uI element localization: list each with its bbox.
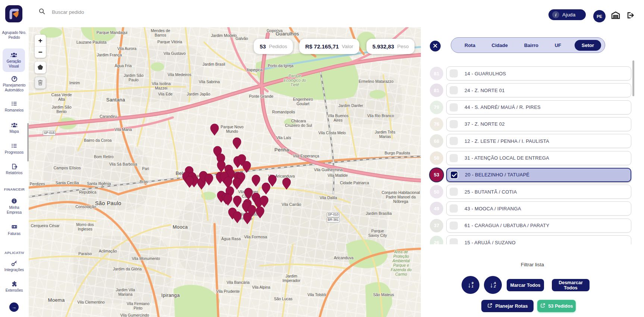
order-pin[interactable] xyxy=(217,161,225,172)
sector-checkbox[interactable] xyxy=(450,86,458,94)
sector-card[interactable]: 37 - Z. NORTE 02 xyxy=(446,117,631,131)
stat-label: Peso xyxy=(397,44,409,49)
order-pin[interactable] xyxy=(205,174,213,185)
sector-card[interactable]: 20 - BELEZINHO / TATUAPÉ xyxy=(446,168,631,182)
sidebar-item-progressos[interactable]: Progressos xyxy=(1,143,27,155)
sidebar-item-mapa[interactable]: Mapa xyxy=(1,122,27,134)
sector-card[interactable]: 12 - Z. LESTE / PENHA / I. PAULISTA xyxy=(446,134,631,148)
sector-card[interactable]: 31 - ATENÇÃO LOCAL DE ENTREGA xyxy=(446,151,631,165)
order-pin[interactable] xyxy=(262,183,270,194)
sector-checkbox[interactable] xyxy=(450,103,458,112)
zoom-out-button[interactable]: − xyxy=(35,47,46,58)
sector-row[interactable]: 50 25 - BUTANTÃ / COTIA xyxy=(421,185,644,199)
sector-row[interactable]: 53 20 - BELEZINHO / TATUAPÉ xyxy=(421,168,644,182)
sector-row[interactable]: 37 61 - CARAGUA / UBATUBA / PARATY xyxy=(421,219,644,233)
order-pin[interactable] xyxy=(252,175,260,186)
logout-icon[interactable] xyxy=(627,12,635,20)
sidebar-item-label: Agrupado Nro. Pedido xyxy=(2,31,26,40)
sector-row[interactable]: 49 43 - MOOCA / IPIRANGA xyxy=(421,201,644,216)
orders-link-button[interactable]: 53 Pedidos xyxy=(537,300,576,312)
search-icon xyxy=(39,8,45,16)
sector-checkbox[interactable] xyxy=(450,188,458,196)
order-pin[interactable] xyxy=(233,211,241,223)
order-pin[interactable] xyxy=(233,196,241,207)
order-pin[interactable] xyxy=(282,178,291,189)
help-button[interactable]: i Ajuda xyxy=(548,9,586,20)
sector-card[interactable]: 25 - BUTANTÃ / COTIA xyxy=(446,185,631,199)
plan-routes-button[interactable]: Planejar Rotas xyxy=(481,300,534,312)
sidebar-item-label: Extensões xyxy=(6,288,23,292)
sector-checkbox[interactable] xyxy=(450,204,458,213)
sidebar-item-label: Faturas xyxy=(8,232,21,236)
sidebar-section-header: APLICATIV xyxy=(0,251,29,255)
order-pin[interactable] xyxy=(233,138,241,149)
sector-card[interactable]: 14 - GUARULHOS xyxy=(446,66,631,81)
sector-count-badge: 37 xyxy=(430,219,443,232)
sidebar-item-gera-o-visual[interactable]: Geração Visual xyxy=(3,48,25,72)
sector-label: 20 - BELEZINHO / TATUAPÉ xyxy=(465,172,529,178)
sidebar-item-faturas[interactable]: Faturas xyxy=(1,224,27,236)
invoice-icon xyxy=(1,224,27,230)
plan-routes-label: Planejar Rotas xyxy=(495,304,528,309)
external-link-icon xyxy=(487,303,493,309)
stat-value: 5.932,83 xyxy=(372,43,394,50)
search-input[interactable] xyxy=(51,9,133,15)
order-pin[interactable] xyxy=(224,194,232,205)
sector-card[interactable]: 24 - Z. NORTE 01 xyxy=(446,83,631,97)
sidebar-item-integra-es[interactable]: Integrações xyxy=(1,260,27,273)
list-scrollbar[interactable] xyxy=(632,60,634,96)
sidebar-item-label: Relatórios xyxy=(6,171,22,175)
sidebar-item-romaneios[interactable]: Romaneios xyxy=(1,101,27,113)
sector-card[interactable]: 61 - CARAGUA / UBATUBA / PARATY xyxy=(446,219,631,233)
sidebar-item-minha-empresa[interactable]: Minha Empresa xyxy=(1,198,27,215)
sort-numeric-desc-button[interactable]: ↓91 xyxy=(462,276,479,294)
sidebar-item-extens-es[interactable]: Extensões xyxy=(1,281,27,293)
sector-row[interactable]: 81 14 - GUARULHOS xyxy=(421,66,644,81)
order-pin[interactable] xyxy=(244,188,253,200)
avatar[interactable]: PE xyxy=(593,10,606,22)
sidebar-item-relat-rios[interactable]: Relatórios xyxy=(1,163,27,176)
sector-card[interactable]: 44 - S. ANDRÉ/ MAUÁ / R. PIRES xyxy=(446,100,631,114)
arrow-down-icon: ↓ xyxy=(468,282,471,289)
sidebar-expand-button[interactable]: → xyxy=(9,302,19,312)
sector-row[interactable]: 79 44 - S. ANDRÉ/ MAUÁ / R. PIRES xyxy=(421,100,644,114)
sector-checkbox[interactable] xyxy=(450,222,458,230)
stat-value: R$ 72.165,71 xyxy=(305,43,339,50)
sidebar-scrollbar[interactable] xyxy=(27,123,29,161)
order-pin[interactable] xyxy=(233,178,241,189)
polygon-draw-button[interactable] xyxy=(35,62,46,73)
list-icon xyxy=(1,101,27,107)
sector-label: 61 - CARAGUA / UBATUBA / PARATY xyxy=(465,223,549,228)
sector-row[interactable]: 76 37 - Z. NORTE 02 xyxy=(421,117,644,131)
sector-count-badge: 68 xyxy=(430,134,443,148)
sector-label: 43 - MOOCA / IPIRANGA xyxy=(465,206,521,211)
sector-checkbox[interactable] xyxy=(450,154,458,162)
sector-count-badge: 49 xyxy=(430,202,443,215)
order-pin[interactable] xyxy=(260,196,268,207)
order-pin[interactable] xyxy=(185,176,194,188)
deselect-all-button[interactable]: Desmarcar Todos xyxy=(552,279,590,291)
sidebar-item-planejamento-autom-tico[interactable]: Planejamento Automático xyxy=(1,76,27,92)
zoom-in-button[interactable]: + xyxy=(35,35,46,47)
sidebar-item-label: Progressos xyxy=(5,150,24,154)
map-canvas[interactable]: Parque MandaquiMendes de BarrosJardim Mo… xyxy=(29,27,421,317)
order-pin[interactable] xyxy=(210,124,219,135)
sector-row[interactable]: 68 12 - Z. LESTE / PENHA / I. PAULISTA xyxy=(421,134,644,148)
order-pin[interactable] xyxy=(243,161,251,173)
sector-checkbox[interactable] xyxy=(450,69,458,78)
sector-checkbox[interactable] xyxy=(450,171,458,179)
order-pins-layer xyxy=(29,27,421,317)
sector-checkbox[interactable] xyxy=(450,137,458,145)
sidebar-section-header: FINANCEIR xyxy=(0,187,29,191)
order-pin[interactable] xyxy=(256,207,264,218)
garage-icon[interactable] xyxy=(611,11,620,21)
sector-row[interactable]: 58 31 - ATENÇÃO LOCAL DE ENTREGA xyxy=(421,151,644,165)
select-all-button[interactable]: Marcar Todos xyxy=(507,279,544,291)
sidebar-item-agrupado-nro-pedido[interactable]: Agrupado Nro. Pedido xyxy=(1,31,27,40)
sector-card[interactable]: 43 - MOOCA / IPIRANGA xyxy=(446,201,631,216)
delete-selection-button[interactable] xyxy=(35,77,46,89)
sector-row[interactable]: 81 24 - Z. NORTE 01 xyxy=(421,83,644,97)
sector-checkbox[interactable] xyxy=(450,120,458,128)
sort-alpha-desc-button[interactable]: ↓AZ xyxy=(484,276,502,294)
pentagon-icon xyxy=(37,64,43,71)
